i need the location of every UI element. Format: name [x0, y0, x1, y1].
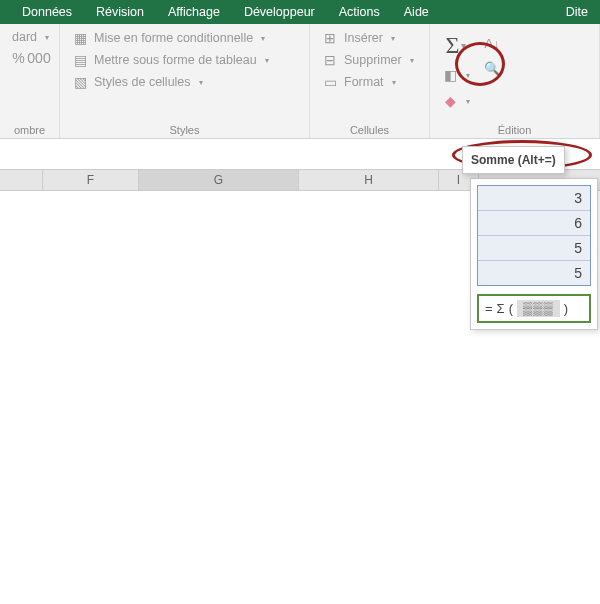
tab-affichage[interactable]: Affichage [156, 1, 232, 23]
group-edit-label: Édition [438, 122, 591, 136]
ribbon-tabs: Données Révision Affichage Développeur A… [0, 0, 600, 24]
sort-icon[interactable]: A↓ [484, 36, 499, 51]
delete-icon: ⊟ [322, 52, 338, 68]
format-button[interactable]: ▭Format▾ [318, 72, 421, 92]
autosum-tooltip: Somme (Alt+=) [462, 146, 565, 174]
ribbon: dard▾ %000 ombre ▦Mise en forme conditio… [0, 24, 600, 139]
format-icon: ▭ [322, 74, 338, 90]
cell-styles-button[interactable]: ▧Styles de cellules▾ [68, 72, 301, 92]
table-icon: ▤ [72, 52, 88, 68]
tab-aide[interactable]: Aide [392, 1, 441, 23]
percent-icon: % [12, 50, 25, 66]
clear-button[interactable]: ◆▾ [438, 91, 474, 111]
group-cells-label: Cellules [318, 122, 421, 136]
tab-donnees[interactable]: Données [10, 1, 84, 23]
fill-button[interactable]: ◧▾ [438, 65, 474, 85]
autosum-sample: 3 6 5 5 =Σ(▒▒▒) [470, 178, 598, 191]
tab-actions[interactable]: Actions [327, 1, 392, 23]
insert-button[interactable]: ⊞Insérer▾ [318, 28, 421, 48]
conditional-format-button[interactable]: ▦Mise en forme conditionnelle▾ [68, 28, 301, 48]
sample-cells: 3 6 5 5 [477, 185, 591, 191]
find-icon[interactable]: 🔍 [484, 61, 500, 76]
col-H[interactable]: H [299, 170, 439, 190]
cells-icon: ▧ [72, 74, 88, 90]
thousand-icon: 000 [31, 50, 47, 66]
number-format-partial[interactable]: dard▾ [8, 28, 51, 46]
table-format-button[interactable]: ▤Mettre sous forme de tableau▾ [68, 50, 301, 70]
tab-revision[interactable]: Révision [84, 1, 156, 23]
col-F[interactable]: F [43, 170, 139, 190]
fill-icon: ◧ [442, 67, 458, 83]
col-G[interactable]: G [139, 170, 299, 190]
delete-button[interactable]: ⊟Supprimer▾ [318, 50, 421, 70]
grid-icon: ▦ [72, 30, 88, 46]
group-styles-label: Styles [68, 122, 301, 136]
autosum-button[interactable]: Σ▾ [442, 32, 471, 59]
sample-cell: 3 [478, 186, 590, 191]
insert-icon: ⊞ [322, 30, 338, 46]
tab-developpeur[interactable]: Développeur [232, 1, 327, 23]
percent-button[interactable]: %000 [8, 48, 51, 68]
group-number-label: ombre [8, 122, 51, 136]
eraser-icon: ◆ [442, 93, 458, 109]
tab-dite[interactable]: Dite [554, 1, 600, 23]
